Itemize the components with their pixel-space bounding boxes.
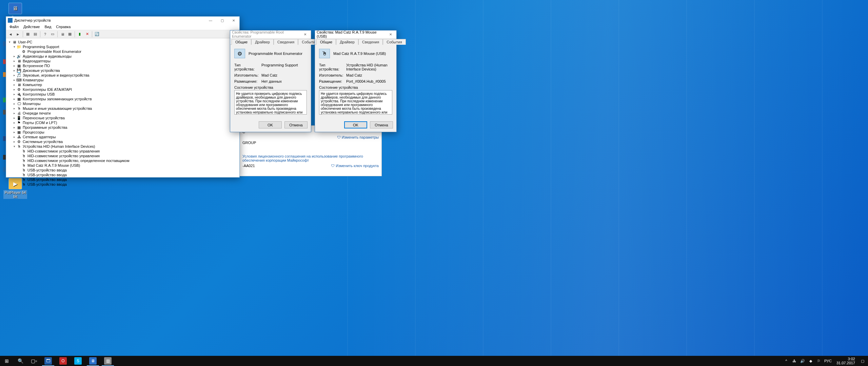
tree-hid-device[interactable]: 🖱Mad Catz R.A.T.9 Mouse (USB) — [7, 163, 239, 168]
expand-arrow-icon[interactable]: ▸ — [12, 82, 16, 87]
tab-driver[interactable]: Драйвер — [251, 39, 274, 45]
uninstall-button[interactable]: ✕ — [84, 31, 91, 38]
tree-category[interactable]: ▸🔊Аудиовходы и аудиовыходы — [7, 54, 239, 59]
menu-view[interactable]: Вид — [42, 24, 54, 30]
tree-category[interactable]: ▸▦Контроллеры запоминающих устройств — [7, 97, 239, 101]
expand-arrow-icon[interactable]: ▸ — [12, 68, 16, 73]
tree-category[interactable]: ▸▦Программные устройства — [7, 125, 239, 130]
tree-category[interactable]: ▸⚙Контроллеры IDE ATA/ATAPI — [7, 87, 239, 92]
cancel-button[interactable]: Отмена — [370, 121, 393, 128]
tab-events[interactable]: События — [383, 39, 406, 45]
tree-hid-device[interactable]: 🖱USB-устройство ввода — [7, 182, 239, 187]
tree-category[interactable]: ▸🖥Компьютер — [7, 82, 239, 87]
tree-root[interactable]: ▾🖥User-PC — [7, 40, 239, 44]
tree-programming-support[interactable]: ▾📁Programming Support — [7, 44, 239, 49]
cancel-button[interactable]: Отмена — [284, 121, 308, 128]
tab-details[interactable]: Сведения — [358, 39, 383, 45]
system-tray[interactable]: ^ 🖧 🔊 ◆ ⚐ РУС 3:02 31.07.2017 ▢ — [781, 357, 868, 365]
show-hidden-button[interactable]: ▦ — [24, 31, 31, 38]
eula-link[interactable]: Условия лицензионного соглашения на испо… — [242, 154, 363, 162]
taskbar-app-opera[interactable]: O — [56, 356, 71, 366]
tree-hid-device[interactable]: 🖱HID-совместимое устройство управления — [7, 149, 239, 154]
device-tree[interactable]: ▾🖥User-PC▾📁Programming Support⚙Programma… — [6, 38, 239, 188]
tree-hid-device[interactable]: 🖱USB-устройство ввода — [7, 177, 239, 182]
help-button[interactable]: ? — [42, 31, 48, 38]
expand-arrow-icon[interactable]: ▸ — [12, 125, 16, 130]
change-product-key-link[interactable]: 🛡 Изменить ключ продукта — [331, 164, 379, 168]
tree-category[interactable]: ▸⚑Порты (COM и LPT) — [7, 120, 239, 125]
expand-arrow-icon[interactable]: ▾ — [7, 40, 12, 44]
tree-category[interactable]: ▸🖨Очереди печати — [7, 111, 239, 116]
titlebar[interactable]: Свойства: Programmable Root Enumerator ✕ — [230, 30, 311, 38]
taskbar-app-devmgr[interactable]: ▥ — [100, 356, 115, 366]
properties-button[interactable]: ▭ — [49, 31, 56, 38]
menu-action[interactable]: Действие — [21, 24, 42, 30]
action-center-icon[interactable]: ▢ — [860, 358, 865, 364]
tree-category[interactable]: ▸🖥Видеоадаптеры — [7, 59, 239, 63]
change-params-link[interactable]: 🛡 Изменить параметры — [337, 135, 379, 139]
tab-details[interactable]: Сведения — [274, 39, 298, 45]
search-button[interactable]: 🔍 — [14, 356, 27, 366]
expand-arrow-icon[interactable]: ▸ — [12, 97, 16, 101]
titlebar[interactable]: Диспетчер устройств — ▢ ✕ — [6, 17, 239, 24]
expand-arrow-icon[interactable]: ▸ — [12, 92, 16, 97]
tray-volume-icon[interactable]: 🔊 — [800, 358, 805, 364]
expand-arrow-icon[interactable]: ▸ — [12, 63, 16, 68]
tree-category[interactable]: ▸▦Встроенное ПО — [7, 63, 239, 68]
tray-overflow-icon[interactable]: ^ — [784, 358, 789, 364]
menu-file[interactable]: Файл — [7, 24, 21, 30]
tray-app-icon[interactable]: ⚐ — [816, 358, 822, 364]
tree-category[interactable]: ▸▦Процессоры — [7, 130, 239, 135]
minimize-button[interactable]: — — [205, 17, 216, 24]
tray-app-icon[interactable]: ◆ — [808, 358, 813, 364]
expand-arrow-icon[interactable]: ▸ — [12, 139, 16, 144]
expand-arrow-icon[interactable]: ▸ — [12, 54, 16, 59]
tree-category[interactable]: ▸🖵Мониторы — [7, 101, 239, 106]
tab-general[interactable]: Общие — [316, 39, 336, 45]
tree-hid-device[interactable]: 🖱USB-устройство ввода — [7, 172, 239, 177]
tree-hid-device[interactable]: 🖱HID-совместимое устройство, определенно… — [7, 158, 239, 163]
tray-network-icon[interactable]: 🖧 — [792, 358, 797, 364]
close-button[interactable]: ✕ — [299, 30, 311, 38]
tree-category[interactable]: ▸💾Дисковые устройства — [7, 68, 239, 73]
expand-arrow-icon[interactable]: ▸ — [12, 78, 16, 82]
tree-hid-device[interactable]: 🖱USB-устройство ввода — [7, 168, 239, 172]
expand-arrow-icon[interactable]: ▸ — [12, 111, 16, 116]
scan-button[interactable]: 🖥 — [59, 31, 66, 38]
update-button[interactable]: ▦ — [66, 31, 73, 38]
taskbar-app-explorer[interactable]: 🗔 — [41, 356, 56, 366]
taskbar-app-skype[interactable]: S — [71, 356, 85, 366]
tree-programmable-enumerator[interactable]: ⚙Programmable Root Enumerator — [7, 49, 239, 54]
forward-button[interactable]: ► — [15, 31, 21, 38]
expand-arrow-icon[interactable]: ▸ — [12, 87, 16, 92]
expand-arrow-icon[interactable]: ▸ — [12, 101, 16, 106]
tab-general[interactable]: Общие — [232, 39, 251, 45]
expand-arrow-icon[interactable]: ▸ — [12, 73, 16, 78]
close-button[interactable]: ✕ — [228, 17, 239, 24]
tree-category[interactable]: ▸⌨Клавиатуры — [7, 78, 239, 82]
ok-button[interactable]: OK — [259, 121, 282, 128]
expand-arrow-icon[interactable]: ▾ — [12, 144, 16, 149]
tree-category[interactable]: ▸🔌Контроллеры USB — [7, 92, 239, 97]
tree-hid-device[interactable]: 🖱HID-совместимое устройство управления — [7, 154, 239, 158]
expand-arrow-icon[interactable]: ▸ — [12, 116, 16, 120]
tree-category[interactable]: ▸⚙Системные устройства — [7, 139, 239, 144]
refresh-button[interactable]: 🔄 — [94, 31, 100, 38]
status-textbox[interactable]: Не удается проверить цифровую подпись др… — [234, 90, 307, 115]
back-button[interactable]: ◄ — [7, 31, 14, 38]
expand-arrow-icon[interactable]: ▸ — [12, 130, 16, 135]
tree-hid-category[interactable]: ▾🖱Устройства HID (Human Interface Device… — [7, 144, 239, 149]
start-button[interactable]: ⊞ — [0, 356, 14, 366]
ok-button[interactable]: OK — [344, 121, 367, 128]
maximize-button[interactable]: ▢ — [216, 17, 228, 24]
expand-arrow-icon[interactable]: ▸ — [12, 120, 16, 125]
titlebar[interactable]: Свойства: Mad Catz R.A.T.9 Mouse (USB) ✕ — [315, 30, 396, 38]
tree-category[interactable]: ▸🖧Сетевые адаптеры — [7, 135, 239, 139]
taskbar-clock[interactable]: 3:02 31.07.2017 — [834, 357, 857, 365]
task-view-button[interactable]: ▢▫ — [27, 356, 41, 366]
status-textbox[interactable]: Не удается проверить цифровую подпись др… — [319, 90, 392, 115]
close-button[interactable]: ✕ — [385, 30, 396, 38]
tree-category[interactable]: ▸🎵Звуковые, игровые и видеоустройства — [7, 73, 239, 78]
expand-arrow-icon[interactable]: ▸ — [12, 59, 16, 63]
expand-arrow-icon[interactable]: ▸ — [12, 106, 16, 111]
